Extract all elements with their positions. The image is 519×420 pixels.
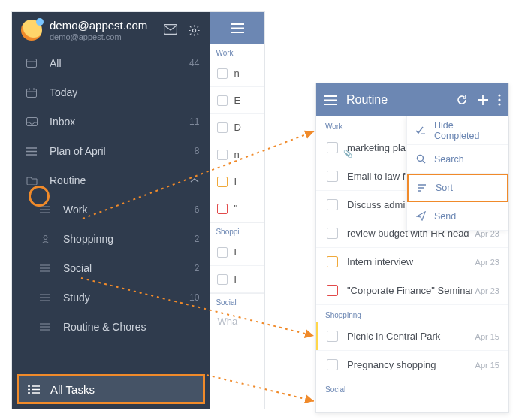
routine-detail-panel: Routine Work marketing plan brain st📎 Em… <box>315 83 509 413</box>
svg-point-7 <box>498 98 500 101</box>
sidebar-item-inbox[interactable]: Inbox 11 <box>12 107 210 137</box>
peek-section-shopping: Shoppi <box>210 222 264 239</box>
task-row[interactable]: Intern interviewApr 23 <box>316 248 508 276</box>
folder-icon <box>24 176 39 185</box>
list-icon <box>38 323 53 331</box>
menu-sort[interactable]: Sort <box>407 174 508 202</box>
sidebar-item-label: Social <box>63 262 195 274</box>
inbox-icon <box>24 117 39 126</box>
account-email-sub: demo@appest.com <box>50 32 147 41</box>
attachment-icon: 📎 <box>343 150 352 158</box>
sidebar-item-social[interactable]: Social 2 <box>12 254 210 283</box>
svg-rect-3 <box>27 89 37 97</box>
menu-hide-completed[interactable]: Hide Completed <box>407 116 508 145</box>
menu-label: Send <box>434 211 456 222</box>
search-icon <box>415 154 427 164</box>
refresh-icon[interactable] <box>456 94 468 106</box>
sidebar-item-plan-april[interactable]: Plan of April 8 <box>12 137 210 166</box>
all-tasks-icon <box>26 385 41 394</box>
sidebar-item-all[interactable]: All 44 <box>12 49 210 78</box>
peek-row[interactable]: " <box>210 195 264 222</box>
sidebar: demo@appest.com demo@appest.com All 44 <box>12 12 210 409</box>
svg-rect-2 <box>27 59 37 68</box>
task-label: Intern interview <box>347 256 413 267</box>
menu-search[interactable]: Search <box>407 145 508 174</box>
peek-section-social: Social <box>210 293 264 310</box>
peek-row[interactable]: F <box>210 266 264 293</box>
mail-icon[interactable] <box>164 24 177 37</box>
routine-title: Routine <box>346 93 447 107</box>
peek-row[interactable]: n <box>210 141 264 168</box>
person-icon <box>38 234 53 244</box>
sidebar-item-label: Shoppinng <box>63 233 195 245</box>
sidebar-item-label: Inbox <box>50 116 189 128</box>
task-date: Apr 23 <box>475 286 499 295</box>
task-row[interactable]: Pregnancy shoppingApr 15 <box>316 351 508 379</box>
svg-point-6 <box>498 94 500 96</box>
svg-point-8 <box>498 103 500 105</box>
svg-rect-0 <box>164 24 177 34</box>
task-date: Apr 15 <box>475 332 499 341</box>
sidebar-item-count: 8 <box>195 146 200 156</box>
overflow-menu: Hide Completed Search Sort Send <box>406 116 508 231</box>
sidebar-item-label: Today <box>50 86 199 98</box>
sidebar-item-study[interactable]: Study 10 <box>12 283 210 313</box>
add-icon[interactable] <box>477 94 489 106</box>
gear-icon[interactable] <box>188 24 201 37</box>
account-avatar[interactable] <box>21 20 42 41</box>
menu-label: Search <box>434 154 464 165</box>
send-icon <box>415 211 427 221</box>
menu-label: Hide Completed <box>434 120 501 141</box>
list-icon <box>38 206 53 213</box>
sidebar-item-label: Routine & Chores <box>63 321 199 333</box>
task-row[interactable]: Picnic in Central ParkApr 15 <box>316 322 508 351</box>
sidebar-item-shopping[interactable]: Shoppinng 2 <box>12 225 210 254</box>
peek-row[interactable]: I <box>210 168 264 195</box>
sidebar-item-work[interactable]: Work 6 <box>12 195 210 225</box>
routine-section-social: Social <box>316 379 508 397</box>
sidebar-header: demo@appest.com demo@appest.com <box>12 12 210 49</box>
peek-row[interactable]: D <box>210 114 264 141</box>
task-list-peek: Work n E D n I " Shoppi F F Social Wha <box>210 12 264 409</box>
account-block[interactable]: demo@appest.com demo@appest.com <box>50 20 147 41</box>
peek-add-placeholder[interactable]: Wha <box>210 310 264 327</box>
peek-section-work: Work <box>210 44 264 60</box>
sidebar-item-routine-chores[interactable]: Routine & Chores <box>12 313 210 342</box>
peek-row[interactable]: E <box>210 87 264 114</box>
sidebar-item-count: 10 <box>189 292 199 303</box>
sidebar-item-label: Work <box>63 204 195 216</box>
more-icon[interactable] <box>498 94 501 106</box>
sidebar-item-all-tasks[interactable]: All Tasks <box>17 374 205 404</box>
sidebar-item-label: Study <box>63 292 189 304</box>
peek-menu-button[interactable] <box>210 12 264 44</box>
sidebar-item-today[interactable]: Today <box>12 78 210 107</box>
routine-section-shopping: Shoppinng <box>316 305 508 322</box>
sidebar-item-count: 2 <box>195 234 200 244</box>
priority-bar <box>316 322 318 350</box>
calendar-icon <box>24 88 39 98</box>
list-icon <box>38 264 53 272</box>
task-label: "Corporate Finance" Seminar <box>347 285 474 296</box>
svg-point-1 <box>193 29 196 32</box>
peek-row[interactable]: F <box>210 239 264 266</box>
menu-send[interactable]: Send <box>407 202 508 231</box>
sidebar-item-count: 11 <box>189 116 199 127</box>
task-label: Pregnancy shopping <box>347 359 436 370</box>
list-icon <box>24 147 39 156</box>
sort-icon <box>416 183 428 192</box>
list-icon <box>38 294 53 301</box>
checklist-icon <box>415 126 427 135</box>
sidebar-item-count: 2 <box>195 263 200 273</box>
sidebar-item-routine[interactable]: Routine <box>12 166 210 195</box>
routine-header: Routine <box>316 83 508 116</box>
svg-point-5 <box>44 235 47 239</box>
task-row[interactable]: "Corporate Finance" SeminarApr 23 <box>316 276 508 305</box>
svg-rect-4 <box>26 118 37 126</box>
left-app-panel: demo@appest.com demo@appest.com All 44 <box>11 11 265 409</box>
sidebar-item-label: All Tasks <box>50 383 95 396</box>
hamburger-icon[interactable] <box>324 95 337 105</box>
task-label: Picnic in Central Park <box>347 331 440 342</box>
peek-row[interactable]: n <box>210 60 264 87</box>
account-email: demo@appest.com <box>50 20 147 32</box>
task-date: Apr 23 <box>475 258 499 267</box>
